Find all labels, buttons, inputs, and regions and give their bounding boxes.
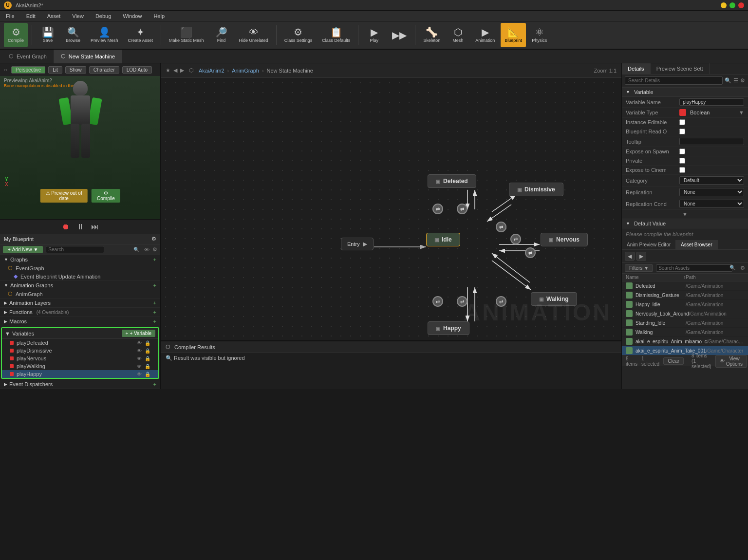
trans-8[interactable]: ⇄ — [496, 296, 506, 307]
close-button[interactable] — [738, 2, 744, 8]
state-defeated[interactable]: ▣ Defeated — [428, 174, 476, 188]
event-bp-update-item[interactable]: ◆ Event Blueprint Update Animation — [0, 272, 160, 280]
trans-6[interactable]: ⇄ — [432, 296, 443, 307]
bp-settings-icon[interactable]: ⚙ — [151, 236, 156, 242]
blueprint-read-checkbox[interactable] — [679, 129, 685, 134]
ab-item-happy-idle[interactable]: Happy_Idle /Game/Animation — [622, 300, 748, 309]
var-happy-eye-icon[interactable]: 👁 — [137, 372, 142, 377]
viewport-compile-button[interactable]: ⚙ Compile — [92, 189, 120, 203]
graphs-section-header[interactable]: ▼ Graphs + — [0, 255, 160, 264]
functions-add-icon[interactable]: + — [153, 309, 156, 315]
asset-search-input[interactable] — [656, 264, 732, 272]
mesh-button[interactable]: ⬡ Mesh — [446, 23, 469, 47]
breadcrumb-animgraph[interactable]: AnimGraph — [232, 68, 259, 74]
menu-edit[interactable]: Edit — [23, 12, 38, 20]
preview-mesh-button[interactable]: 👤 Preview Mesh — [87, 23, 122, 47]
anim-layers-add-icon[interactable]: + — [153, 300, 156, 306]
var-dismissive-eye-icon[interactable]: 👁 — [137, 348, 142, 354]
graphs-add-icon[interactable]: + — [153, 257, 156, 262]
state-idle[interactable]: ▣ Idle — [426, 233, 460, 246]
variable-name-input[interactable] — [679, 98, 744, 106]
macros-section-header[interactable]: ▶ Macros + — [0, 317, 160, 326]
pause-button[interactable]: ⏸ — [76, 223, 84, 231]
create-asset-button[interactable]: ✦ Create Asset — [124, 23, 157, 47]
skeleton-button[interactable]: 🦴 Skeleton — [419, 23, 444, 47]
play-button[interactable]: ▶ Play — [362, 23, 386, 47]
ab-settings-icon[interactable]: ⚙ — [740, 265, 745, 271]
ab-back-button[interactable]: ◀ — [625, 252, 635, 261]
breadcrumb-forward-icon[interactable]: ▶ — [180, 67, 184, 74]
breadcrumb-back-icon[interactable]: ◀ — [173, 67, 177, 74]
state-walking[interactable]: ▣ Walking — [531, 292, 577, 306]
var-defeated-eye-icon[interactable]: 👁 — [137, 340, 142, 346]
preview-scene-tab[interactable]: Preview Scene Sett — [651, 63, 710, 74]
blueprint-search-input[interactable] — [46, 246, 104, 253]
variable-type-dropdown-icon[interactable]: ▼ — [739, 110, 744, 115]
var-defeated-lock-icon[interactable]: 🔒 — [145, 340, 150, 346]
record-button[interactable]: ⏺ — [62, 223, 70, 231]
state-machine-canvas[interactable]: Entry ▶ ▣ Defeated ▣ Dismissive ▣ Idle ▣ — [161, 78, 621, 340]
entry-node[interactable]: Entry ▶ — [341, 238, 374, 250]
blueprint-button[interactable]: 📐 Blueprint — [501, 23, 526, 47]
browse-button[interactable]: 🔍 Browse — [61, 23, 85, 47]
ab-forward-button[interactable]: ▶ — [636, 252, 646, 261]
category-select[interactable]: Default — [679, 176, 744, 185]
replication-cond-select[interactable]: None — [679, 200, 744, 208]
add-variable-button[interactable]: + + Variable — [122, 330, 155, 337]
instance-editable-checkbox[interactable] — [679, 119, 685, 125]
anim-graphs-section-header[interactable]: ▼ Animation Graphs + — [0, 281, 160, 290]
step-forward-button[interactable]: ⏭ — [91, 223, 99, 231]
show-button[interactable]: Show — [65, 66, 86, 74]
tab-event-graph[interactable]: ⬡ Event Graph — [2, 50, 54, 63]
compile-button[interactable]: ⚙ Compile — [4, 23, 28, 47]
event-graph-item[interactable]: ⬡ EventGraph — [0, 264, 160, 272]
var-playhappy[interactable]: playHappy 👁 🔒 — [2, 370, 158, 378]
var-dismissive-lock-icon[interactable]: 🔒 — [145, 348, 150, 354]
ab-item-akai-take[interactable]: akai_e_espiritu_Anim_Take_001 /Game/Char… — [622, 346, 748, 355]
var-walking-lock-icon[interactable]: 🔒 — [145, 364, 150, 369]
anim-graph-item[interactable]: ⬡ AnimGraph — [0, 290, 160, 298]
ab-item-walking[interactable]: Walking /Game/Animation — [622, 328, 748, 337]
make-static-mesh-button[interactable]: ⬛ Make Static Mesh — [165, 23, 208, 47]
preview-out-of-date-button[interactable]: ⚠ Preview out of date — [40, 189, 88, 203]
details-settings-icon[interactable]: ⚙ — [740, 77, 745, 84]
ab-item-defeated[interactable]: Defeated /Game/Animation — [622, 281, 748, 291]
tooltip-input[interactable] — [679, 138, 744, 145]
lit-button[interactable]: Lit — [48, 66, 62, 74]
expand-icon[interactable]: ↔ — [3, 67, 8, 73]
var-playdismissive[interactable]: playDismissive 👁 🔒 — [2, 347, 158, 355]
clear-button[interactable]: Clear — [663, 357, 684, 365]
trans-3[interactable]: ⇄ — [496, 222, 506, 232]
var-happy-lock-icon[interactable]: 🔒 — [145, 372, 150, 377]
ab-item-standing-idle[interactable]: Standing_Idle /Game/Animation — [622, 318, 748, 328]
ab-item-nervously[interactable]: Nervously_Look_Around /Game/Animation — [622, 309, 748, 318]
var-walking-eye-icon[interactable]: 👁 — [137, 364, 142, 369]
add-new-button[interactable]: + Add New ▼ — [3, 246, 43, 253]
anim-layers-section-header[interactable]: ▶ Animation Layers + — [0, 299, 160, 307]
state-dismissive[interactable]: ▣ Dismissive — [509, 183, 563, 196]
character-button[interactable]: Character — [89, 66, 119, 74]
state-nervous[interactable]: ▣ Nervous — [541, 233, 588, 246]
eye-icon[interactable]: 👁 — [144, 247, 150, 253]
minimize-button[interactable] — [721, 2, 727, 8]
menu-asset[interactable]: Asset — [44, 12, 64, 20]
anim-graphs-add-icon[interactable]: + — [153, 282, 156, 288]
variable-section-header[interactable]: ▼ Variable — [622, 87, 748, 97]
animation-button[interactable]: ▶ Animation — [471, 23, 499, 47]
var-playnervous[interactable]: playNervous 👁 🔒 — [2, 355, 158, 362]
save-button[interactable]: 💾 Save — [36, 23, 59, 47]
settings-icon[interactable]: ⚙ — [152, 246, 157, 253]
expose-spawn-checkbox[interactable] — [679, 149, 685, 154]
default-value-section-header[interactable]: ▼ Default Value — [622, 219, 748, 228]
asset-browser-tab[interactable]: Asset Browser — [676, 240, 717, 249]
view-options-button[interactable]: 👁 View Options — [715, 355, 747, 368]
menu-view[interactable]: View — [69, 12, 87, 20]
filters-button[interactable]: Filters ▼ — [625, 264, 653, 272]
trans-4[interactable]: ⇄ — [510, 234, 521, 244]
details-tab[interactable]: Details — [622, 63, 651, 74]
class-defaults-button[interactable]: 📋 Class Defaults — [318, 23, 354, 47]
private-checkbox[interactable] — [679, 158, 685, 164]
trans-7[interactable]: ⇄ — [457, 296, 468, 307]
breadcrumb-akaianim2[interactable]: AkaiAnim2 — [199, 68, 224, 74]
find-button[interactable]: 🔎 Find — [210, 23, 233, 47]
